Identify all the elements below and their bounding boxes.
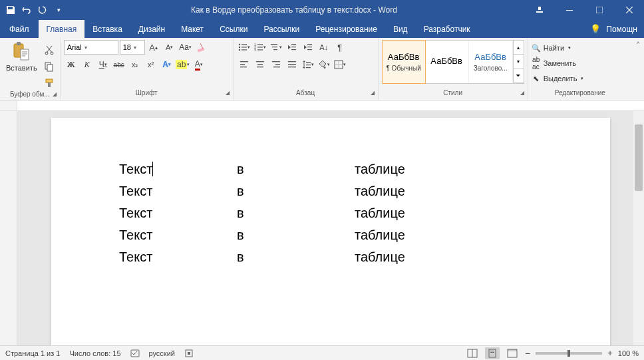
macro-record-icon[interactable] [184, 349, 194, 358]
copy-icon[interactable] [42, 59, 57, 74]
cell-text: таблице [355, 159, 471, 180]
tab-review[interactable]: Рецензирование [307, 20, 385, 38]
cut-icon[interactable] [42, 43, 57, 57]
qat-customize-icon[interactable]: ▾ [53, 5, 64, 15]
style-heading[interactable]: АаБбВв Заголово... [469, 41, 513, 83]
show-marks-icon[interactable]: ¶ [333, 40, 347, 55]
tell-me-icon[interactable]: 💡 [590, 24, 601, 34]
underline-button[interactable]: Ч▾ [96, 57, 110, 72]
zoom-slider[interactable] [536, 352, 602, 355]
save-icon[interactable] [5, 5, 16, 15]
status-language[interactable]: русский [149, 349, 175, 357]
styles-launcher-icon[interactable]: ◢ [520, 90, 524, 96]
styles-down-icon[interactable]: ▾ [514, 55, 524, 69]
tab-references[interactable]: Ссылки [212, 20, 255, 38]
tab-mailings[interactable]: Рассылки [255, 20, 307, 38]
borders-icon[interactable]: ▾ [333, 57, 347, 72]
ribbon-options-icon[interactable] [524, 0, 554, 20]
increase-indent-icon[interactable] [301, 40, 315, 55]
collapse-ribbon-icon[interactable]: ^ [632, 38, 644, 100]
text-effects-icon[interactable]: A▾ [160, 57, 174, 72]
svg-rect-23 [257, 47, 263, 47]
font-size-combo[interactable]: 18▾ [120, 40, 145, 55]
sort-icon[interactable]: A↓ [317, 40, 331, 55]
align-right-icon[interactable] [269, 57, 283, 72]
multilevel-list-icon[interactable]: ▾ [269, 40, 283, 55]
svg-text:3: 3 [254, 48, 256, 52]
decrease-indent-icon[interactable] [285, 40, 299, 55]
svg-rect-28 [273, 49, 277, 50]
zoom-in-button[interactable]: + [607, 348, 613, 358]
styles-up-icon[interactable]: ▴ [514, 41, 524, 55]
styles-gallery[interactable]: АаБбВв ¶ Обычный АаБбВв АаБбВв Заголово.… [382, 40, 524, 84]
line-spacing-icon[interactable]: ▾ [301, 57, 315, 72]
group-paragraph-label: Абзац [296, 89, 315, 96]
style-normal[interactable]: АаБбВв ¶ Обычный [382, 40, 426, 84]
bold-button[interactable]: Ж [64, 57, 79, 72]
find-button[interactable]: 🔍Найти▾ [532, 41, 584, 55]
italic-button[interactable]: К [80, 57, 94, 72]
svg-rect-42 [275, 64, 280, 65]
svg-rect-34 [307, 49, 312, 50]
table-row: Текствтаблице [119, 247, 471, 268]
replace-label: Заменить [544, 59, 576, 67]
tab-view[interactable]: Вид [385, 20, 416, 38]
zoom-out-button[interactable]: − [525, 348, 530, 359]
redo-icon[interactable] [37, 5, 48, 15]
numbering-icon[interactable]: 123▾ [253, 40, 267, 55]
style-no-spacing[interactable]: АаБбВв [425, 41, 469, 83]
read-mode-icon[interactable] [465, 347, 480, 359]
replace-button[interactable]: abacЗаменить [532, 57, 584, 70]
status-word-count[interactable]: Число слов: 15 [69, 349, 120, 357]
styles-more-icon[interactable]: ⏷ [514, 69, 524, 83]
align-center-icon[interactable] [253, 57, 267, 72]
select-button[interactable]: ⬉Выделить▾ [532, 72, 584, 85]
web-layout-icon[interactable] [505, 347, 520, 359]
document-page[interactable]: Текствтаблице Текствтаблице Текствтаблиц… [51, 118, 610, 345]
ruler-vertical[interactable] [0, 111, 17, 345]
cell-text: Текст [119, 181, 236, 202]
shading-icon[interactable]: ▾ [317, 57, 331, 72]
zoom-level[interactable]: 100 % [618, 349, 639, 357]
svg-rect-29 [291, 44, 296, 45]
tab-developer[interactable]: Разработчик [416, 20, 478, 38]
tab-insert[interactable]: Вставка [84, 20, 130, 38]
tell-me-label[interactable]: Помощн [606, 25, 637, 34]
superscript-button[interactable]: x² [144, 57, 158, 72]
minimize-icon[interactable] [554, 0, 584, 20]
format-painter-icon[interactable] [42, 76, 57, 90]
status-page[interactable]: Страница 1 из 1 [5, 349, 60, 357]
paragraph-launcher-icon[interactable]: ◢ [371, 90, 375, 96]
ruler-horizontal[interactable] [0, 100, 644, 111]
subscript-button[interactable]: x₂ [128, 57, 142, 72]
tab-home[interactable]: Главная [39, 20, 85, 38]
strikethrough-button[interactable]: abc [112, 57, 126, 72]
tab-design[interactable]: Дизайн [130, 20, 173, 38]
shrink-font-icon[interactable]: A▾ [162, 40, 177, 55]
svg-point-14 [238, 44, 240, 45]
justify-icon[interactable] [285, 57, 299, 72]
svg-rect-57 [490, 351, 494, 351]
align-left-icon[interactable] [237, 57, 251, 72]
tab-file[interactable]: Файл [0, 20, 39, 38]
font-color-icon[interactable]: A▾ [192, 57, 206, 72]
paste-button[interactable]: Вставить [3, 40, 40, 73]
change-case-icon[interactable]: Aa▾ [178, 40, 193, 55]
find-label: Найти [544, 44, 564, 52]
clear-formatting-icon[interactable] [194, 40, 209, 55]
title-bar: ▾ Как в Ворде преобразовать таблицу в те… [0, 0, 644, 20]
undo-icon[interactable] [21, 5, 32, 15]
maximize-icon[interactable] [584, 0, 614, 20]
grow-font-icon[interactable]: A▴ [146, 40, 161, 55]
clipboard-launcher-icon[interactable]: ◢ [53, 91, 57, 97]
close-icon[interactable] [614, 0, 644, 20]
bullets-icon[interactable]: ▾ [237, 40, 251, 55]
svg-rect-47 [303, 62, 304, 67]
tab-layout[interactable]: Макет [173, 20, 212, 38]
print-layout-icon[interactable] [485, 347, 500, 359]
font-launcher-icon[interactable]: ◢ [226, 90, 230, 96]
font-name-combo[interactable]: Arial▾ [64, 40, 118, 55]
vertical-scrollbar[interactable] [633, 111, 644, 345]
proofing-icon[interactable] [130, 349, 140, 358]
highlight-icon[interactable]: ab▾ [176, 57, 190, 72]
